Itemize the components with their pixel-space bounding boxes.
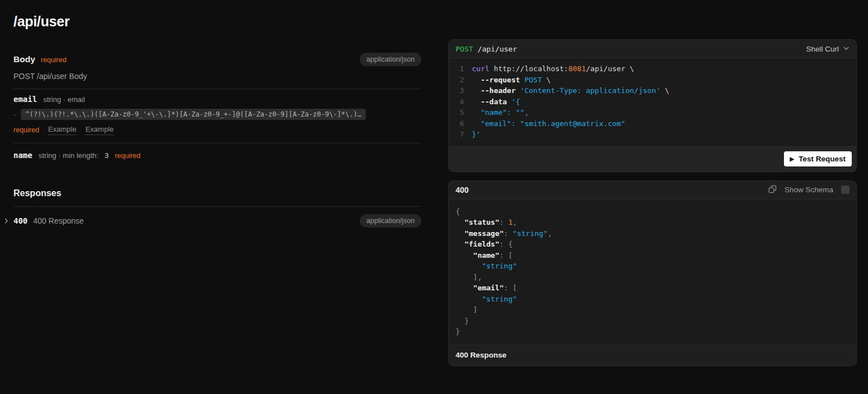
code-line: ],: [456, 272, 850, 283]
code-line: 6 "email": "smith.agent@matrix.com": [456, 118, 850, 129]
code-line: "message": "string",: [456, 228, 850, 239]
name-field-name: name: [13, 151, 33, 160]
code-line: ]: [456, 304, 850, 316]
code-line: 1curl http://localhost:8081/api/user \: [456, 63, 850, 75]
email-field-meta: string · email: [43, 95, 85, 104]
name-required-badge: required: [115, 152, 141, 160]
body-required-badge: required: [41, 56, 67, 64]
response-status-heading: 400: [456, 186, 468, 194]
code-line: 7}': [456, 129, 850, 140]
code-line: 4 --data '{: [456, 96, 850, 108]
example-sidebar: POST/api/user Shell Curl 1curl http://lo…: [448, 39, 857, 366]
request-panel-header: POST/api/user Shell Curl: [449, 40, 856, 58]
request-panel-footer: ▶ Test Request: [449, 146, 856, 171]
code-line: 2 --request POST \: [456, 75, 850, 86]
show-schema-label: Show Schema: [785, 186, 833, 194]
body-content-type-badge: application/json: [360, 53, 421, 66]
request-example-panel: POST/api/user Shell Curl 1curl http://lo…: [448, 39, 857, 172]
copy-button[interactable]: [768, 185, 777, 195]
email-field: email string · email · ^(?!\.)(?!.*\.\.)…: [13, 95, 421, 135]
response-status-code: 400: [13, 216, 27, 225]
language-selector-value: Shell Curl: [806, 45, 839, 53]
responses-heading: Responses: [13, 188, 421, 198]
name-field-meta: string · min length:: [39, 151, 99, 160]
email-required-badge: required: [13, 126, 39, 134]
divider: [13, 89, 421, 89]
body-section-header: Body required application/json: [13, 53, 421, 66]
line-number: 3: [456, 85, 464, 96]
email-field-name: email: [13, 95, 37, 104]
line-number: 4: [456, 96, 464, 108]
code-line: "fields": {: [456, 239, 850, 250]
name-min-length-value: 3: [105, 151, 109, 160]
response-400-row[interactable]: 400 400 Response application/json: [13, 207, 421, 235]
response-panel-header: 400 Show Schema: [449, 181, 856, 200]
pattern-bullet: ·: [13, 110, 16, 119]
http-method-label: POST: [456, 45, 473, 53]
code-line: "string": [456, 294, 850, 305]
code-line: }: [456, 316, 850, 327]
copy-icon: [768, 185, 777, 195]
request-path: /api/user: [477, 45, 517, 53]
line-number: 1: [456, 63, 464, 75]
show-schema-toggle[interactable]: [841, 186, 850, 194]
response-example-panel: 400 Show Schema { "status": 1, "message"…: [448, 180, 857, 366]
email-pattern-chip: ^(?!\.)(?!.*\.\.)([A-Za-z0-9_'+\-\.]*)[A…: [21, 109, 366, 120]
response-label: 400 Response: [33, 216, 360, 225]
chevron-right-icon: [3, 217, 13, 224]
client-language-selector[interactable]: Shell Curl: [806, 45, 850, 53]
line-number: 2: [456, 75, 464, 86]
response-json-block[interactable]: { "status": 1, "message": "string", "fie…: [449, 200, 856, 345]
line-number: 6: [456, 118, 464, 129]
response-content-type-badge: application/json: [360, 214, 421, 228]
body-heading: Body: [13, 54, 35, 64]
curl-code-block[interactable]: 1curl http://localhost:8081/api/user \2 …: [449, 58, 856, 146]
email-example-button-1[interactable]: Example: [48, 125, 77, 135]
code-line: 5 "name": "",: [456, 107, 850, 118]
test-request-label: Test Request: [799, 155, 846, 163]
line-number: 7: [456, 129, 464, 140]
email-example-button-2[interactable]: Example: [85, 125, 114, 135]
response-panel-footer: 400 Response: [449, 345, 856, 365]
code-line: }: [456, 326, 850, 337]
code-line: "email": [: [456, 282, 850, 294]
code-line: "name": [: [456, 250, 850, 261]
play-icon: ▶: [790, 156, 795, 162]
code-line: "string": [456, 261, 850, 272]
code-line: {: [456, 206, 850, 217]
code-line: 3 --header 'Content-Type: application/js…: [456, 85, 850, 96]
line-number: 5: [456, 107, 464, 118]
endpoint-docs: /api/user Body required application/json…: [13, 13, 421, 235]
code-line: "status": 1,: [456, 217, 850, 228]
name-field: name string · min length: 3 required: [13, 143, 421, 168]
page-title: /api/user: [13, 13, 421, 30]
chevron-down-icon: [843, 45, 850, 53]
body-subtitle: POST /api/user Body: [13, 72, 421, 81]
test-request-button[interactable]: ▶ Test Request: [784, 151, 852, 166]
